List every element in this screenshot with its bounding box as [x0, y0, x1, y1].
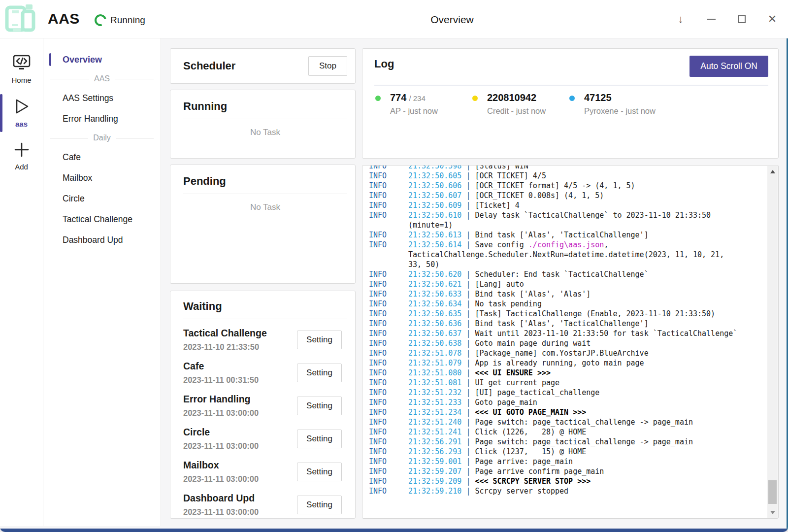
- log-timestamp: 21:32:51.240: [408, 418, 461, 427]
- log-timestamp: 21:32:50.614: [408, 240, 461, 249]
- log-timestamp: 21:32:50.621: [408, 280, 461, 289]
- log-scroll-area[interactable]: INFO21:32:50.598 | [Status] WININFO21:32…: [362, 166, 767, 518]
- task-setting-button[interactable]: Setting: [297, 364, 342, 382]
- scrollbar-up-icon[interactable]: [767, 167, 778, 176]
- log-message-segment: UI get current page: [475, 378, 559, 387]
- close-icon[interactable]: ✕: [765, 12, 779, 26]
- nav-item-label: AAS Settings: [63, 93, 113, 103]
- log-message: App is already running, goto main page: [475, 359, 644, 367]
- log-message: Wait until 2023-11-10 21:33:50 for task …: [475, 329, 737, 338]
- nav-item-circle[interactable]: Circle: [43, 188, 161, 209]
- download-update-icon[interactable]: ↓: [674, 12, 688, 26]
- log-level: INFO: [369, 486, 408, 496]
- scheduler-title: Scheduler: [183, 60, 235, 72]
- log-entry-body: 21:32:50.634 | No task pending: [408, 299, 738, 309]
- log-entry: INFO21:32:51.080 | <<< UI ENSURE >>>: [369, 368, 767, 378]
- log-entry: INFO21:32:51.240 | Page switch: page_tac…: [369, 417, 767, 427]
- nav-item-tactical-challenge[interactable]: Tactical Challenge: [43, 209, 161, 230]
- pending-title: Pending: [183, 175, 347, 188]
- log-separator: |: [461, 309, 475, 318]
- scrollbar-down-icon[interactable]: [767, 508, 778, 517]
- task-setting-button[interactable]: Setting: [297, 397, 342, 415]
- log-message-segment: [OCR_TICKET 0.008s] (4, 1, 5): [475, 191, 604, 200]
- task-setting-button[interactable]: Setting: [297, 331, 342, 349]
- nav-item-overview[interactable]: Overview: [43, 49, 161, 70]
- log-level: INFO: [369, 299, 408, 309]
- log-separator: |: [461, 240, 475, 249]
- stat-dot-icon: [569, 96, 575, 101]
- log-entry-body: 21:32:59.001 | Page arrive: page_main: [408, 457, 738, 466]
- nav-item-error-handling[interactable]: Error Handling: [43, 108, 161, 129]
- log-separator: |: [461, 349, 475, 358]
- log-message: [OCR_TICKET format] 4/5 -> (4, 1, 5): [475, 181, 635, 190]
- log-level: INFO: [369, 368, 408, 378]
- log-level: INFO: [369, 348, 408, 358]
- task-name: Mailbox: [183, 460, 259, 471]
- log-message-segment: Save config: [475, 240, 528, 249]
- log-entry-body: 21:32:50.607 | [OCR_TICKET 0.008s] (4, 1…: [408, 191, 738, 200]
- rail-item-aas[interactable]: aas: [0, 91, 43, 135]
- rail-item-home[interactable]: Home: [0, 47, 43, 91]
- log-level: INFO: [369, 279, 408, 289]
- log-entry: INFO21:32:50.610 | Delay task `TacticalC…: [369, 210, 767, 230]
- minimize-icon[interactable]: [704, 12, 718, 26]
- rail-item-add[interactable]: Add: [0, 135, 43, 178]
- log-entry: INFO21:32:59.207 | Page arrive confirm p…: [369, 466, 767, 476]
- log-separator: |: [461, 378, 475, 387]
- nav-section-divider: Daily: [43, 129, 161, 147]
- log-entry: INFO21:32:50.633 | Bind task ['Alas', 'A…: [369, 289, 767, 299]
- log-entry-body: 21:32:51.241 | Click (1226, 28) @ HOME: [408, 427, 738, 437]
- nav-sidebar: Overview AAS AAS Settings Error Handling…: [43, 38, 161, 526]
- log-separator: |: [461, 388, 475, 397]
- log-timestamp: 21:32:51.241: [408, 428, 461, 436]
- log-message: Bind task ['Alas', 'Alas']: [475, 290, 591, 299]
- scheduler-status: Running: [110, 15, 145, 26]
- log-message-segment: [Lang] auto: [475, 280, 524, 289]
- nav-item-dashboard-upd[interactable]: Dashboard Upd: [43, 230, 161, 250]
- log-scrollbar[interactable]: [767, 166, 778, 518]
- nav-item-cafe[interactable]: Cafe: [43, 147, 161, 167]
- log-message-segment: Wait until 2023-11-10 21:33:50 for task …: [475, 329, 737, 338]
- task-setting-button[interactable]: Setting: [297, 430, 342, 448]
- log-timestamp: 21:32:50.606: [408, 181, 461, 190]
- log-entry-body: 21:32:50.635 | [Task] TacticalChallenge …: [408, 309, 738, 319]
- log-entry: INFO21:32:50.620 | Scheduler: End task `…: [369, 269, 767, 279]
- task-setting-button[interactable]: Setting: [297, 463, 342, 481]
- task-next-run-time: 2023-11-10 21:33:50: [183, 342, 267, 352]
- log-message-segment: Page arrive: page_main: [475, 457, 573, 466]
- log-entry: INFO21:32:50.598 | [Status] WIN: [369, 166, 767, 171]
- log-message-segment: No task pending: [475, 299, 541, 308]
- nav-item-aas-settings[interactable]: AAS Settings: [43, 88, 161, 108]
- log-separator: |: [461, 477, 475, 486]
- task-name: Tactical Challenge: [183, 328, 267, 339]
- divider: [183, 319, 347, 319]
- log-entry-body: 21:32:51.233 | Goto page_main: [408, 398, 738, 407]
- log-entry: INFO21:32:56.291 | Page switch: page_tac…: [369, 437, 767, 447]
- log-column: Log Auto Scroll ON 774/ 234 AP - just no…: [362, 48, 779, 519]
- window-body: Home aas Add Overview AAS AAS Settings E…: [0, 38, 788, 529]
- waiting-task-error-handling: Error Handling 2023-11-11 03:00:00 Setti…: [183, 389, 347, 422]
- log-entry: INFO21:32:50.614 | Save config ./config\…: [369, 240, 767, 269]
- log-message: Page switch: page_tactical_challenge -> …: [475, 418, 693, 427]
- scheduler-card: Scheduler Stop: [170, 48, 356, 84]
- maximize-icon[interactable]: [735, 12, 749, 26]
- auto-scroll-toggle-button[interactable]: Auto Scroll ON: [690, 56, 768, 77]
- task-name: Dashboard Upd: [183, 493, 259, 504]
- nav-item-mailbox[interactable]: Mailbox: [43, 167, 161, 188]
- running-card: Running No Task: [170, 90, 356, 159]
- log-entry: INFO21:32:50.609 | [Ticket] 4: [369, 200, 767, 210]
- log-message-segment: [Package_name] com.YostarJP.BlueArchive: [475, 349, 648, 358]
- log-entry: INFO21:32:50.634 | No task pending: [369, 299, 767, 309]
- scrollbar-thumb[interactable]: [768, 480, 777, 504]
- log-content: INFO21:32:50.598 | [Status] WININFO21:32…: [369, 166, 767, 496]
- log-timestamp: 21:32:51.079: [408, 359, 461, 367]
- log-message: [Lang] auto: [475, 280, 524, 289]
- log-title: Log: [374, 58, 394, 70]
- log-message: Bind task ['Alas', 'TacticalChallenge']: [475, 231, 648, 239]
- task-setting-button[interactable]: Setting: [297, 496, 342, 514]
- log-level: INFO: [369, 191, 408, 200]
- scheduler-stop-button[interactable]: Stop: [308, 56, 347, 76]
- log-entry: INFO21:32:59.209 | <<< SCRCPY SERVER STO…: [369, 476, 767, 486]
- task-name: Cafe: [183, 361, 259, 372]
- plus-icon: [14, 142, 30, 160]
